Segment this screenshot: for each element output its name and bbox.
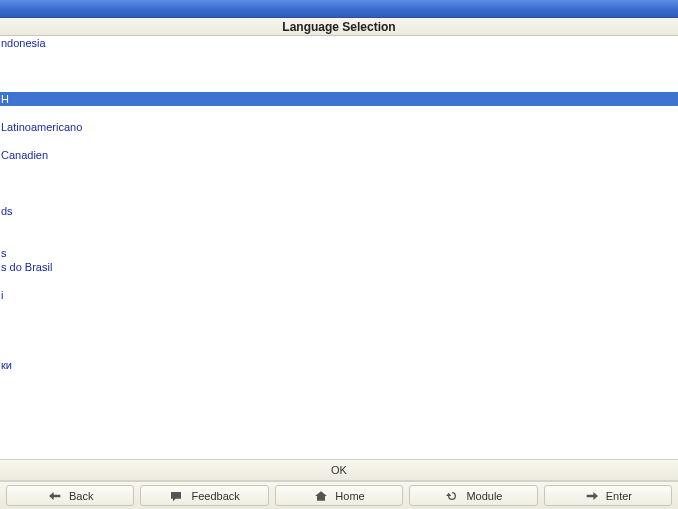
language-item[interactable] — [0, 428, 678, 442]
language-item[interactable]: s — [0, 246, 678, 260]
language-item[interactable] — [0, 64, 678, 78]
feedback-button[interactable]: Feedback — [140, 485, 268, 506]
language-item[interactable] — [0, 134, 678, 148]
language-list[interactable]: ndonesiaHLatinoamericanoCanadiendsss do … — [0, 36, 678, 459]
language-item[interactable]: Canadien — [0, 148, 678, 162]
language-item[interactable]: s do Brasil — [0, 260, 678, 274]
language-item[interactable] — [0, 274, 678, 288]
language-item[interactable] — [0, 400, 678, 414]
language-item[interactable] — [0, 302, 678, 316]
language-item[interactable] — [0, 372, 678, 386]
home-label: Home — [335, 490, 364, 502]
language-item[interactable] — [0, 190, 678, 204]
reload-icon — [444, 489, 460, 503]
home-icon — [313, 489, 329, 503]
module-label: Module — [466, 490, 502, 502]
language-item[interactable] — [0, 176, 678, 190]
language-item[interactable]: ки — [0, 358, 678, 372]
bottom-nav: Back Feedback Home Module Enter — [0, 481, 678, 509]
back-button[interactable]: Back — [6, 485, 134, 506]
home-button[interactable]: Home — [275, 485, 403, 506]
language-item[interactable] — [0, 232, 678, 246]
enter-button[interactable]: Enter — [544, 485, 672, 506]
language-item[interactable]: ndonesia — [0, 36, 678, 50]
language-item[interactable] — [0, 218, 678, 232]
language-item[interactable] — [0, 162, 678, 176]
feedback-label: Feedback — [191, 490, 239, 502]
ok-button[interactable]: OK — [0, 464, 678, 476]
dialog-title: Language Selection — [0, 18, 678, 36]
language-item[interactable] — [0, 414, 678, 428]
feedback-icon — [169, 489, 185, 503]
back-label: Back — [69, 490, 93, 502]
language-item[interactable]: ds — [0, 204, 678, 218]
language-item[interactable] — [0, 78, 678, 92]
window-titlebar — [0, 0, 678, 18]
enter-arrow-icon — [584, 489, 600, 503]
enter-label: Enter — [606, 490, 632, 502]
language-item[interactable] — [0, 50, 678, 64]
language-item[interactable]: Latinoamericano — [0, 120, 678, 134]
module-button[interactable]: Module — [409, 485, 537, 506]
language-item[interactable]: H — [0, 92, 678, 106]
language-item[interactable] — [0, 344, 678, 358]
back-arrow-icon — [47, 489, 63, 503]
language-item[interactable] — [0, 386, 678, 400]
language-item[interactable]: i — [0, 288, 678, 302]
language-item[interactable] — [0, 316, 678, 330]
language-item[interactable] — [0, 330, 678, 344]
language-item[interactable] — [0, 106, 678, 120]
ok-bar: OK — [0, 459, 678, 481]
